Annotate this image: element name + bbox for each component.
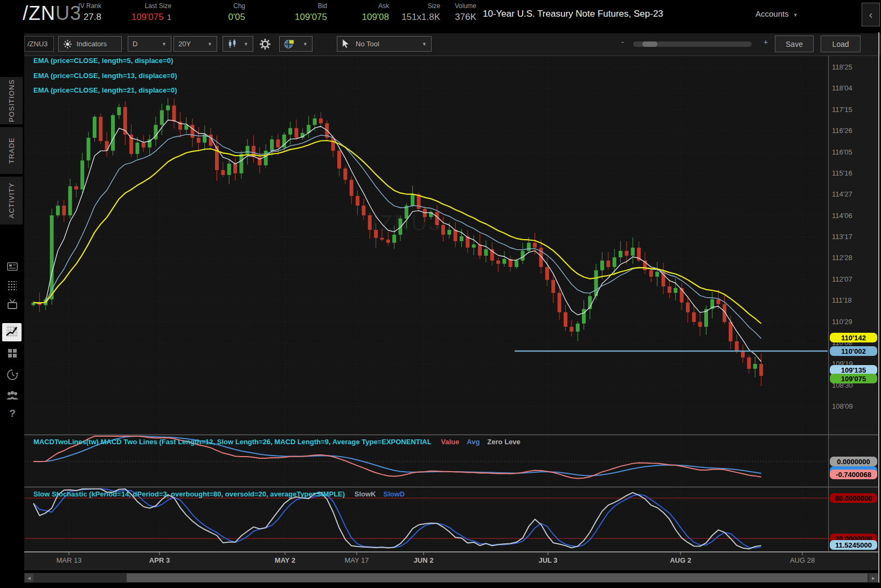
chevron-down-icon: ▼ (238, 41, 248, 47)
range-value: 20Y (178, 40, 191, 48)
quote-field-value: 151x1.8K (392, 11, 440, 23)
stochastic-title: Slow Stochastic (kPeriod=14, dPeriod=3, … (33, 490, 345, 498)
quote-field-label: Bid (273, 2, 327, 10)
ema13-label[interactable]: EMA (price=CLOSE, length=13, displace=0) (33, 72, 177, 80)
chevron-left-icon: ‹ (869, 9, 873, 21)
sidebar-icon-layout-grid[interactable] (4, 347, 20, 362)
help-icon: ? (9, 408, 16, 419)
quote-field-bid: Bid109'075 (273, 2, 327, 23)
stochastic-study-label[interactable]: Slow Stochastic (kPeriod=14, dPeriod=3, … (33, 490, 412, 498)
quote-field-value: 109'08 (341, 11, 389, 23)
quadrant-grid-icon (284, 39, 294, 49)
collapse-panel-button[interactable]: ‹ (862, 3, 880, 26)
zoom-slider-thumb[interactable] (642, 41, 657, 47)
chevron-down-icon: ▼ (202, 41, 212, 47)
history-icon (6, 369, 18, 383)
sidebar-tab-label: POSITIONS (8, 79, 16, 122)
chevron-down-icon: ▼ (156, 41, 167, 47)
sidebar-icon-community[interactable] (4, 389, 20, 404)
chart-type-dropdown[interactable]: ▼ (223, 36, 253, 52)
indicators-button[interactable]: Indicators (58, 36, 122, 52)
time-axis[interactable] (24, 552, 828, 570)
arrow-left-icon: ◂ (27, 575, 31, 582)
range-dropdown[interactable]: 20Y ▼ (174, 36, 217, 52)
quote-field-value: 109'0751 (107, 11, 171, 23)
quote-field-value: 109'075 (273, 11, 327, 23)
quote-field-last-size: Last Size109'0751 (107, 2, 171, 23)
zoom-in-button[interactable]: + (764, 38, 768, 46)
sidebar-tab-trade[interactable]: TRADE (0, 127, 23, 174)
macd-study-label[interactable]: MACDTwoLines(tw) MACD Two Lines (Fast Le… (33, 438, 528, 446)
gear-icon (259, 38, 271, 50)
sidebar-icon-news[interactable] (4, 260, 20, 275)
quote-field-chg: Chg0'05 (197, 2, 245, 23)
quote-field-value: 376K (443, 11, 476, 23)
ema5-label[interactable]: EMA (price=CLOSE, length=5, displace=0) (33, 57, 173, 65)
axis-price-badge: -0.7400068 (830, 470, 877, 479)
timeframe-value: D (133, 40, 137, 48)
accounts-dropdown[interactable]: Accounts▼ (755, 9, 798, 18)
chart-plot-area[interactable] (24, 55, 828, 552)
axis-price-badge: 110'142 (830, 333, 877, 342)
quote-field-label: Last Size (107, 2, 171, 10)
axis-price-badge: 80.0000000 (830, 493, 877, 503)
sidebar-icon-tv[interactable] (4, 298, 20, 313)
timeframe-dropdown[interactable]: D ▼ (128, 36, 171, 52)
quote-field-value: 27.8 (53, 11, 101, 23)
right-panel-edge[interactable] (878, 32, 879, 583)
sidebar-tab-positions[interactable]: POSITIONS (0, 77, 23, 124)
macd-title: MACDTwoLines(tw) MACD Two Lines (Fast Le… (33, 438, 432, 446)
sidebar-tab-label: ACTIVITY (8, 183, 16, 219)
indicators-icon (63, 39, 72, 48)
watchlist-icon (6, 280, 18, 293)
cursor-icon (342, 39, 350, 48)
load-button[interactable]: Load (821, 36, 861, 52)
thinkorswim-chart-window: /ZNU3 EMA (price=CLOSE, length=5, displa… (0, 0, 881, 588)
zoom-out-button[interactable]: - (621, 38, 624, 46)
sidebar-icon-chart[interactable] (2, 323, 22, 341)
chevron-down-icon: ▼ (793, 12, 798, 18)
quote-field-ask: Ask109'08 (341, 2, 389, 23)
scrollbar-thumb[interactable] (127, 573, 868, 582)
quote-field-size: Size151x1.8K (392, 2, 440, 23)
quote-field-volume: Volume376K (443, 2, 476, 23)
tv-icon (6, 299, 18, 312)
axis-price-badge: 110'002 (830, 346, 877, 356)
drawing-tool-value: No Tool (356, 40, 379, 48)
chart-settings-button[interactable] (259, 36, 271, 52)
sidebar-tab-activity[interactable]: ACTIVITY (0, 177, 23, 225)
scroll-left-button[interactable]: ◂ (25, 573, 33, 582)
sidebar-icon-watchlist[interactable] (4, 279, 20, 294)
instrument-title: 10-Year U.S. Treasury Note Futures, Sep-… (483, 9, 663, 19)
drawing-tool-dropdown[interactable]: No Tool ▼ (337, 36, 432, 52)
macd-legend-avg: Avg (467, 438, 480, 446)
accounts-label: Accounts (755, 9, 789, 18)
zoom-slider[interactable] (633, 41, 752, 47)
save-button[interactable]: Save (775, 36, 814, 52)
chevron-down-icon: ▼ (417, 41, 427, 47)
quote-field-extra: 1 (167, 12, 171, 22)
sidebar-icon-history[interactable] (4, 368, 20, 383)
quote-field-label: IV Rank (53, 2, 101, 10)
symbol-root: /ZN (23, 2, 56, 24)
quote-field-label: Volume (443, 2, 476, 10)
quote-field-label: Size (392, 2, 440, 10)
news-icon (6, 261, 18, 274)
sidebar-icon-help[interactable]: ? (4, 406, 20, 421)
layout-grid-icon (6, 348, 18, 361)
scroll-right-button[interactable]: ▸ (869, 573, 878, 582)
symbol-input[interactable]: /ZNU3 (24, 36, 54, 52)
ema21-label[interactable]: EMA (price=CLOSE, length=21, displace=0) (33, 86, 177, 94)
axis-price-badge: 109'075 (830, 374, 877, 383)
horizontal-scrollbar[interactable]: ◂ ▸ (24, 573, 879, 583)
quote-field-value: 0'05 (197, 11, 245, 23)
chevron-down-icon: ▼ (297, 41, 308, 47)
grid-layout-dropdown[interactable]: ▼ (279, 36, 313, 52)
macd-legend-zero-leve: Zero Leve (487, 438, 520, 446)
indicators-label: Indicators (77, 40, 107, 48)
quote-field-label: Ask (341, 2, 389, 10)
stoch-legend-slowd: SlowD (383, 490, 405, 498)
chart-icon (5, 324, 19, 340)
quote-field-iv-rank: IV Rank27.8 (53, 2, 101, 23)
candlestick-chart-icon (227, 39, 237, 48)
